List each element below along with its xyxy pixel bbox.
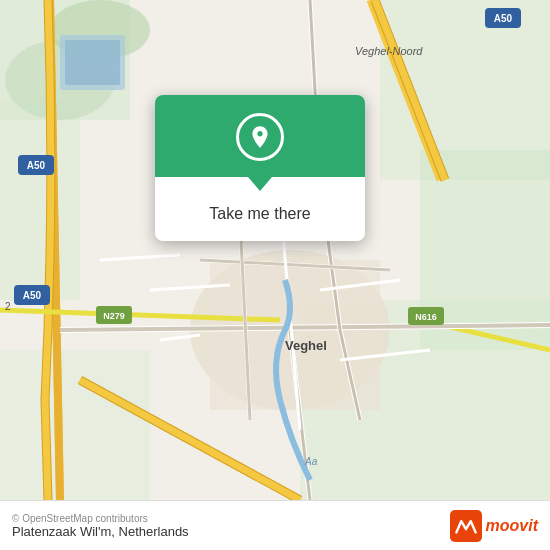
moovit-logo-icon [450, 510, 482, 542]
footer-left: © OpenStreetMap contributors Platenzaak … [12, 513, 189, 539]
moovit-text: moovit [486, 517, 538, 535]
svg-text:Veghel-Noord: Veghel-Noord [355, 45, 423, 57]
take-me-there-button[interactable]: Take me there [201, 201, 318, 227]
svg-rect-27 [450, 510, 482, 542]
svg-rect-2 [0, 100, 80, 300]
svg-text:N616: N616 [415, 312, 437, 322]
footer-credit: © OpenStreetMap contributors [12, 513, 189, 524]
footer-title: Platenzaak Wil'm, Netherlands [12, 524, 189, 539]
svg-text:Aa: Aa [304, 456, 318, 467]
svg-text:N279: N279 [103, 311, 125, 321]
location-icon [236, 113, 284, 161]
popup-triangle [248, 177, 272, 191]
popup-top [155, 95, 365, 177]
svg-rect-10 [65, 40, 120, 85]
popup-card: Take me there [155, 95, 365, 241]
map-container: A50 A50 A50 N279 N616 Veghel-Noord Veghe… [0, 0, 550, 500]
footer-bar: © OpenStreetMap contributors Platenzaak … [0, 500, 550, 550]
svg-text:Veghel: Veghel [285, 338, 327, 353]
svg-text:A50: A50 [494, 13, 513, 24]
popup-button-area: Take me there [155, 191, 365, 241]
svg-text:A50: A50 [27, 160, 46, 171]
moovit-logo: moovit [450, 510, 538, 542]
svg-rect-7 [0, 350, 150, 500]
svg-text:2: 2 [5, 301, 11, 312]
svg-text:A50: A50 [23, 290, 42, 301]
